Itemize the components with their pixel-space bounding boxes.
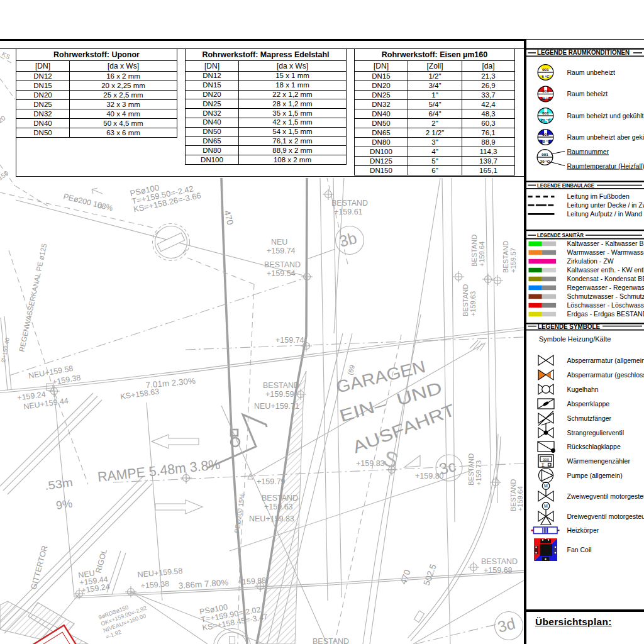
svg-text:Raum beheizt und gekühlt: Raum beheizt und gekühlt (567, 112, 644, 119)
svg-text:5 °C: 5 °C (541, 74, 550, 79)
svg-text:Fan Coil: Fan Coil (567, 546, 592, 553)
svg-text:Kaltwasser - Kaltwasser BESTAN: Kaltwasser - Kaltwasser BESTAND (567, 240, 644, 247)
svg-text:20 °C: 20 °C (541, 139, 551, 143)
svg-text:+159.83: +159.83 (356, 459, 385, 468)
svg-text:Raumnummer: Raumnummer (567, 148, 609, 155)
svg-text:LEGENDE EINBAULAGE: LEGENDE EINBAULAGE (537, 182, 594, 189)
svg-text:M: M (544, 484, 548, 488)
svg-text:.53m: .53m (44, 476, 74, 492)
svg-text:Kugelhahn: Kugelhahn (567, 386, 599, 393)
svg-text:+159.63: +159.63 (469, 291, 477, 316)
svg-text:NEU+159.58: NEU+159.58 (137, 567, 183, 579)
svg-text:PEø200 108%: PEø200 108% (62, 192, 114, 213)
svg-text:LEGENDE SANITÄR: LEGENDE SANITÄR (537, 231, 584, 238)
svg-text:001: 001 (541, 152, 548, 157)
svg-text:3c: 3c (437, 457, 458, 478)
svg-text:001: 001 (542, 67, 549, 72)
svg-text:Heizkörper: Heizkörper (567, 526, 599, 534)
svg-text:Löschwasser - Löschwasser BEST: Löschwasser - Löschwasser BESTAND (567, 301, 644, 309)
svg-text:LEGENDE RAUMKONDITIONEN: LEGENDE RAUMKONDITIONEN (537, 49, 630, 56)
svg-text:Raumtemperatur (Heizfall): Raumtemperatur (Heizfall) (567, 162, 644, 170)
svg-text:3b: 3b (337, 229, 358, 250)
svg-text:+159.54: +159.54 (267, 269, 296, 278)
svg-text:+159.80: +159.80 (415, 472, 444, 480)
svg-text:BESTAND: BESTAND (313, 637, 349, 644)
svg-text:Kondensat - Kondensat BESTAND: Kondensat - Kondensat BESTAND (567, 275, 644, 282)
svg-text:Rückschlagklappe: Rückschlagklappe (567, 443, 621, 450)
svg-text:Ø+159.40: Ø+159.40 (0, 337, 11, 363)
svg-text:BESTAND: BESTAND (263, 381, 299, 390)
svg-text:+159.64: +159.64 (478, 242, 486, 267)
svg-text:RIGOL: RIGOL (94, 548, 109, 574)
svg-text:BESTAND: BESTAND (264, 260, 301, 269)
svg-text:BESTAND: BESTAND (262, 494, 298, 502)
svg-text:Absperrklappe: Absperrklappe (567, 400, 610, 408)
svg-text:NEU+159.71: NEU+159.71 (254, 402, 299, 411)
svg-text:Symbole Heizung/Kälte: Symbole Heizung/Kälte (539, 335, 611, 343)
svg-text:001: 001 (542, 89, 549, 93)
svg-text:M: M (544, 504, 548, 508)
svg-text:+159.88: +159.88 (237, 576, 266, 587)
svg-text:Pumpe (allgemein): Pumpe (allgemein) (567, 472, 623, 479)
svg-text:REGENWASSERKANAL PE ø125: REGENWASSERKANAL PE ø125 (18, 243, 48, 352)
svg-text:Leitung im Fußboden: Leitung im Fußboden (567, 192, 630, 200)
svg-text:001: 001 (542, 132, 549, 136)
svg-text:BESTAND: BESTAND (467, 453, 475, 486)
svg-text:Raum unbeheizt aber gekühlt: Raum unbeheizt aber gekühlt (567, 133, 644, 141)
svg-text:Wärmemengenzähler: Wärmemengenzähler (567, 457, 631, 465)
svg-text:Leitung Aufputz / in Wand: Leitung Aufputz / in Wand (567, 210, 642, 218)
svg-text:NEU+159.83: NEU+159.83 (249, 514, 294, 523)
svg-text:Dreiwegventil motorgesteuert: Dreiwegventil motorgesteuert (567, 513, 644, 520)
svg-text:Zweiwegventil motorgesteuert: Zweiwegventil motorgesteuert (567, 492, 644, 500)
svg-text:+159.61: +159.61 (334, 208, 363, 216)
svg-text:LEGENDE SYMBOLE: LEGENDE SYMBOLE (538, 323, 600, 330)
svg-text:470: 470 (222, 209, 236, 226)
svg-text:Σ: Σ (541, 462, 545, 468)
svg-text:Strangregulierventil: Strangregulierventil (567, 429, 624, 436)
svg-text:20 °C: 20 °C (541, 118, 551, 122)
svg-text:150: 150 (0, 169, 10, 182)
svg-text:000: 000 (543, 458, 550, 462)
svg-text:+159.68: +159.68 (484, 566, 513, 575)
svg-text:Absperrarmatur (geschlossen): Absperrarmatur (geschlossen) (567, 371, 644, 379)
svg-text:Leitung unter Decke / in Zwisc: Leitung unter Decke / in Zwischendecke (567, 201, 644, 209)
svg-text:502.5: 502.5 (421, 562, 438, 587)
svg-text:BESTAND: BESTAND (481, 557, 518, 566)
svg-text:BESTAND: BESTAND (470, 235, 478, 267)
svg-text:Erdgas - Erdgas BESTAND: Erdgas - Erdgas BESTAND (567, 310, 644, 318)
svg-text:BESTAND: BESTAND (502, 241, 509, 273)
svg-text:20 °C: 20 °C (541, 96, 551, 101)
svg-text:GITTERTOR: GITTERTOR (29, 545, 49, 591)
svg-text:Regenwasser - Regenwasser BEST: Regenwasser - Regenwasser BESTAND (567, 284, 644, 291)
svg-text:KS: KS (1, 50, 11, 60)
svg-text:20 °C: 20 °C (540, 159, 550, 164)
svg-text:+159.74: +159.74 (275, 336, 304, 345)
svg-text:BESTAND: BESTAND (462, 284, 469, 316)
svg-text:+159.79: +159.79 (257, 477, 286, 486)
svg-text:Warmwasser - Warmwasser BESTAN: Warmwasser - Warmwasser BESTAND (567, 248, 644, 256)
svg-text:NEU: NEU (271, 238, 287, 247)
svg-text:Raum beheizt: Raum beheizt (567, 90, 608, 97)
svg-text:470: 470 (398, 568, 413, 586)
svg-text:Kaltwasser enth. - KW enth. BE: Kaltwasser enth. - KW enth. BESTAND (567, 266, 644, 274)
svg-text:KS+158.63: KS+158.63 (119, 387, 160, 401)
svg-text:20: 20 (0, 114, 7, 125)
svg-text:Schmutzfänger: Schmutzfänger (567, 414, 612, 422)
svg-text:Zirkulation - ZW: Zirkulation - ZW (567, 257, 614, 265)
svg-text:+159.74: +159.74 (267, 247, 296, 255)
svg-text:+159.57: +159.57 (509, 248, 517, 273)
svg-text:3d: 3d (496, 614, 517, 636)
svg-text:BESTAND: BESTAND (331, 199, 368, 208)
svg-text:001: 001 (542, 111, 549, 115)
svg-text:+159.73: +159.73 (475, 460, 482, 486)
svg-text:+159.64: +159.64 (516, 486, 524, 511)
svg-text:9%: 9% (55, 497, 74, 512)
svg-text:+159.59: +159.59 (265, 390, 294, 399)
svg-text:Absperrarmatur (allgemein): Absperrarmatur (allgemein) (567, 357, 644, 364)
svg-text:+159.63: +159.63 (264, 502, 293, 511)
svg-text:Schmutzwasser - Schmutzwasser: Schmutzwasser - Schmutzwasser BESTAND (567, 292, 644, 300)
svg-text:Raum unbeheizt: Raum unbeheizt (567, 69, 616, 76)
svg-text:+159.38: +159.38 (140, 579, 170, 591)
